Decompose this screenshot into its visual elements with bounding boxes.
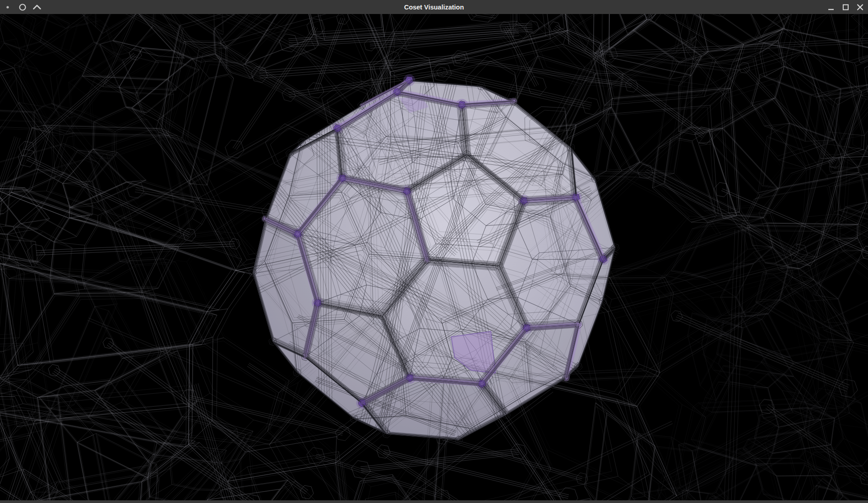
svg-text:Coset Visualization: Coset Visualization bbox=[404, 4, 464, 11]
